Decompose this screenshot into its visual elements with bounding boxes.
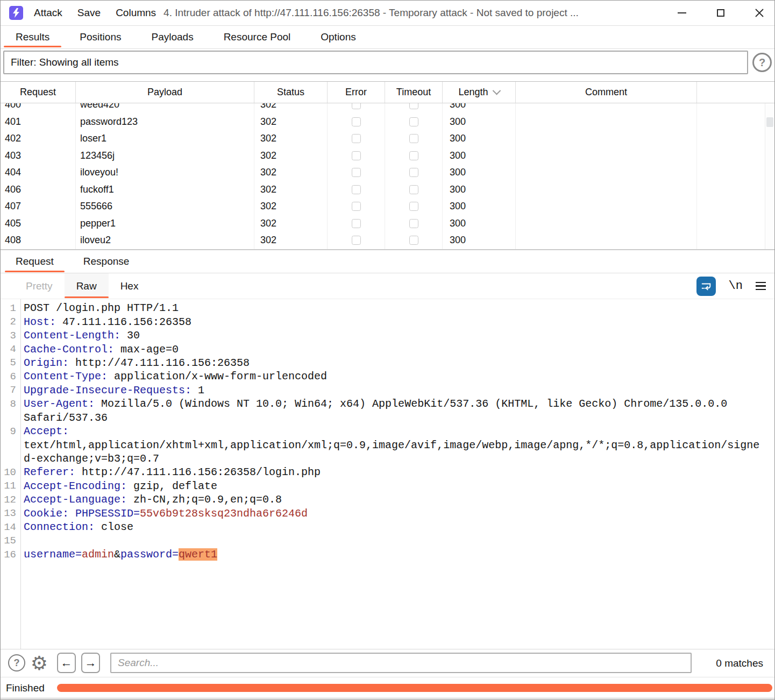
column-header-label: Timeout: [396, 87, 431, 98]
column-header-error[interactable]: Error: [328, 82, 385, 103]
error-checkbox[interactable]: [352, 236, 361, 245]
cell-payload: weed420: [76, 103, 254, 114]
timeout-checkbox[interactable]: [409, 236, 418, 245]
title-bar: AttackSaveColumns 4. Intruder attack of …: [1, 1, 774, 26]
result-row-405[interactable]: 405pepper1302300: [1, 215, 774, 232]
result-row-402[interactable]: 402loser1302300: [1, 130, 774, 147]
error-checkbox[interactable]: [352, 117, 361, 126]
result-row-403[interactable]: 403123456j302300: [1, 147, 774, 165]
result-row-408[interactable]: 408iloveu2302300: [1, 232, 774, 249]
error-checkbox[interactable]: [352, 202, 361, 211]
result-row-406[interactable]: 406fuckoff1302300: [1, 181, 774, 199]
cell-comment: [516, 215, 697, 232]
gutter-divider: [20, 299, 21, 649]
menu-bar: AttackSaveColumns: [34, 7, 156, 19]
request-line-5: 5Origin: http://47.111.116.156:26358: [1, 356, 774, 370]
status-band: Finished: [1, 677, 774, 698]
search-help-icon[interactable]: ?: [8, 654, 25, 671]
attack-status-label: Finished: [6, 677, 45, 698]
cell-timeout: [385, 103, 443, 114]
code-segment: Cache-Control:: [24, 343, 114, 356]
cell-error: [328, 130, 385, 147]
error-checkbox[interactable]: [352, 103, 361, 109]
cell-length: 300: [443, 103, 516, 114]
line-content: Content-Type: application/x-www-form-url…: [20, 370, 774, 383]
result-row-407[interactable]: 407555666302300: [1, 198, 774, 215]
cell-status: 302: [254, 164, 328, 181]
error-checkbox[interactable]: [352, 168, 361, 177]
word-wrap-toggle-icon[interactable]: [696, 277, 716, 296]
code-segment: 1: [191, 384, 204, 397]
cell-payload: 555666: [76, 198, 254, 215]
tab-request[interactable]: Request: [5, 250, 65, 273]
column-header-timeout[interactable]: Timeout: [385, 82, 443, 103]
menu-columns[interactable]: Columns: [116, 7, 156, 19]
help-icon[interactable]: ?: [752, 53, 772, 72]
timeout-checkbox[interactable]: [409, 117, 418, 126]
tab-positions[interactable]: Positions: [68, 26, 133, 48]
settings-gear-icon[interactable]: ⚙: [29, 651, 50, 675]
filter-bar[interactable]: Filter: Showing all items: [3, 51, 748, 74]
tab-options[interactable]: Options: [309, 26, 367, 48]
line-content: username=admin&password=qwert1: [20, 548, 774, 561]
search-input[interactable]: [110, 653, 692, 673]
result-row-400[interactable]: 400weed420302300: [1, 103, 774, 114]
cell-request: 403: [1, 147, 76, 165]
line-content: Safari/537.36: [20, 412, 774, 424]
filter-band: Filter: Showing all items ?: [1, 49, 774, 81]
menu-save[interactable]: Save: [77, 7, 101, 19]
timeout-checkbox[interactable]: [409, 185, 418, 194]
tab-resource-pool[interactable]: Resource Pool: [212, 26, 303, 48]
result-row-404[interactable]: 404iloveyou!302300: [1, 164, 774, 181]
next-match-button[interactable]: →: [81, 653, 100, 673]
editor-menu-icon[interactable]: [756, 282, 766, 291]
error-checkbox[interactable]: [352, 185, 361, 194]
request-line-7: 7Upgrade-Insecure-Requests: 1: [1, 384, 774, 397]
column-header-length[interactable]: Length: [443, 82, 516, 103]
code-segment: max-age=0: [114, 343, 179, 356]
cell-error: [328, 114, 385, 131]
timeout-checkbox[interactable]: [409, 219, 418, 228]
scrollbar-thumb[interactable]: [766, 117, 773, 127]
window-controls: [677, 8, 765, 18]
code-segment: 47.111.116.156:26358: [56, 316, 191, 328]
request-line-14: 14Connection: close: [1, 520, 774, 534]
newline-toggle[interactable]: \n: [729, 279, 743, 293]
cell-payload: password123: [76, 114, 254, 131]
timeout-checkbox[interactable]: [409, 168, 418, 177]
error-checkbox[interactable]: [352, 219, 361, 228]
cell-payload: iloveu2: [76, 232, 254, 249]
column-header-request[interactable]: Request: [1, 82, 76, 103]
tab-response[interactable]: Response: [73, 250, 140, 273]
timeout-checkbox[interactable]: [409, 103, 418, 109]
result-row-401[interactable]: 401password123302300: [1, 114, 774, 131]
request-editor[interactable]: 1POST /login.php HTTP/1.12Host: 47.111.1…: [1, 299, 774, 649]
cell-timeout: [385, 164, 443, 181]
maximize-icon[interactable]: [715, 8, 726, 18]
view-tab-pretty[interactable]: Pretty: [14, 273, 65, 299]
tab-results[interactable]: Results: [4, 26, 61, 48]
close-icon[interactable]: [754, 8, 765, 18]
view-tab-hex[interactable]: Hex: [109, 273, 151, 299]
line-number: 15: [1, 535, 20, 547]
timeout-checkbox[interactable]: [409, 134, 418, 143]
menu-attack[interactable]: Attack: [34, 7, 62, 19]
timeout-checkbox[interactable]: [409, 151, 418, 160]
column-header-comment[interactable]: Comment: [516, 82, 697, 103]
code-segment: Connection:: [24, 521, 95, 533]
cell-length: 300: [443, 198, 516, 215]
prev-match-button[interactable]: ←: [57, 653, 76, 673]
column-header-payload[interactable]: Payload: [76, 82, 254, 103]
view-tab-raw[interactable]: Raw: [65, 273, 109, 299]
table-scrollbar[interactable]: [765, 103, 774, 249]
error-checkbox[interactable]: [352, 151, 361, 160]
code-segment: qwert1: [179, 548, 217, 561]
error-checkbox[interactable]: [352, 134, 361, 143]
minimize-icon[interactable]: [677, 8, 687, 18]
code-segment: PHPSESSID=: [69, 507, 140, 520]
tab-payloads[interactable]: Payloads: [139, 26, 205, 48]
column-header-status[interactable]: Status: [254, 82, 328, 103]
line-content: Cache-Control: max-age=0: [20, 343, 774, 356]
cell-status: 302: [254, 114, 328, 131]
timeout-checkbox[interactable]: [409, 202, 418, 211]
